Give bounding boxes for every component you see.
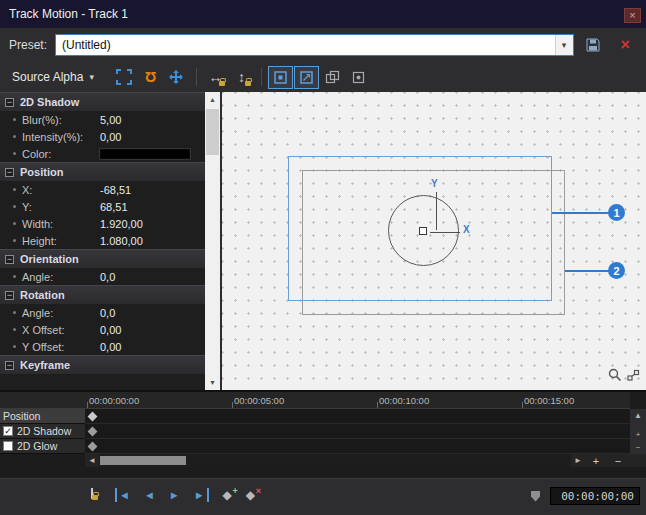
pan-tool-button[interactable] bbox=[627, 369, 640, 385]
scroll-up-button[interactable]: ▲ bbox=[630, 409, 646, 422]
shadow-color-swatch[interactable] bbox=[100, 149, 190, 159]
next-keyframe-button[interactable]: ► bbox=[169, 488, 180, 502]
section-header-position[interactable]: − Position bbox=[0, 162, 205, 181]
prop-value-height[interactable]: 1.080,00 bbox=[100, 235, 143, 247]
track-label-position[interactable]: Position bbox=[0, 409, 85, 424]
scrollbar-track[interactable] bbox=[99, 454, 571, 467]
last-keyframe-button[interactable]: ► bbox=[194, 488, 209, 502]
keyframe-diamond[interactable] bbox=[88, 427, 98, 437]
prop-value-rotation-angle[interactable]: 0,0 bbox=[100, 307, 115, 319]
prevent-scaling-button[interactable] bbox=[320, 66, 345, 89]
composite-mode-dropdown[interactable]: Source Alpha ▾ bbox=[8, 67, 102, 87]
delete-preset-button[interactable]: × bbox=[613, 33, 637, 57]
preset-combobox[interactable]: (Untitled) ▾ bbox=[55, 34, 573, 56]
timeline-horizontal-scrollbar[interactable]: ◄ ► + − bbox=[85, 454, 646, 467]
prop-value-blur[interactable]: 5,00 bbox=[100, 114, 121, 126]
prop-value-y-offset[interactable]: 0,00 bbox=[100, 341, 121, 353]
scroll-down-button[interactable]: ▼ bbox=[205, 375, 220, 390]
lock-aspect-ratio-button[interactable] bbox=[268, 66, 293, 89]
scroll-left-button[interactable]: ◄ bbox=[85, 454, 99, 467]
minus-icon: − bbox=[615, 455, 621, 467]
collapse-icon[interactable]: − bbox=[5, 291, 14, 300]
preset-value: (Untitled) bbox=[56, 38, 554, 52]
collapse-icon[interactable]: − bbox=[5, 98, 14, 107]
rotation-square-icon bbox=[351, 70, 366, 85]
keyframe-diamond[interactable] bbox=[88, 442, 98, 452]
ruler-tick bbox=[232, 402, 233, 408]
timeline-label-header bbox=[0, 392, 85, 409]
track-label-text: 2D Shadow bbox=[17, 425, 71, 437]
center-drag-handle[interactable] bbox=[419, 227, 427, 235]
prop-value-x[interactable]: -68,51 bbox=[100, 184, 131, 196]
preset-row: Preset: (Untitled) ▾ × bbox=[0, 28, 646, 62]
track-height-zoom-out-button[interactable]: − bbox=[630, 441, 646, 454]
keyframe-lane-position[interactable] bbox=[85, 409, 630, 424]
corner-brackets-icon bbox=[116, 69, 132, 85]
bullet-icon bbox=[13, 328, 16, 331]
allow-movement-button[interactable] bbox=[164, 66, 189, 89]
prevent-rotation-button[interactable] bbox=[346, 66, 371, 89]
insert-keyframe-button[interactable]: ◆ + bbox=[223, 488, 232, 502]
lock-icon bbox=[245, 81, 251, 86]
preset-dropdown-button[interactable]: ▾ bbox=[555, 35, 573, 55]
keyframe-lane-2d-glow[interactable] bbox=[85, 439, 630, 454]
delete-keyframe-button[interactable]: ◆ × bbox=[246, 488, 255, 502]
section-header-2d-shadow[interactable]: − 2D Shadow bbox=[0, 92, 205, 111]
scrollbar-thumb[interactable] bbox=[100, 456, 186, 465]
scroll-right-button[interactable]: ► bbox=[571, 454, 585, 467]
enable-snapping-button[interactable]: Ω bbox=[138, 66, 163, 89]
collapse-icon[interactable]: − bbox=[5, 361, 14, 370]
timecode-display[interactable]: 00:00:00;00 bbox=[550, 487, 640, 505]
prevent-movement-x-button[interactable]: ↔ bbox=[203, 66, 228, 89]
collapse-icon[interactable]: − bbox=[5, 255, 14, 264]
bullet-icon bbox=[13, 152, 16, 155]
keyframe-lane-2d-shadow[interactable] bbox=[85, 424, 630, 439]
sync-cursor-button[interactable] bbox=[85, 487, 101, 503]
timeline-zoom-in-button[interactable]: + bbox=[585, 454, 607, 467]
track-label-2d-shadow[interactable]: ✓ 2D Shadow bbox=[0, 424, 85, 439]
track-label-2d-glow[interactable]: 2D Glow bbox=[0, 439, 85, 454]
vertical-arrow-icon: ↕ bbox=[238, 69, 245, 85]
prop-value-x-offset[interactable]: 0,00 bbox=[100, 324, 121, 336]
prop-value-orientation-angle[interactable]: 0,0 bbox=[100, 271, 115, 283]
ruler-tick bbox=[377, 402, 378, 408]
first-keyframe-button[interactable]: ◄ bbox=[115, 488, 130, 502]
timeline-zoom-out-button[interactable]: − bbox=[607, 454, 629, 467]
glow-enable-checkbox[interactable] bbox=[3, 441, 13, 451]
prop-value-y[interactable]: 68,51 bbox=[100, 201, 128, 213]
scroll-up-button[interactable]: ▲ bbox=[205, 92, 220, 107]
timeline-ruler[interactable]: 00:00:00:00 00:00:05:00 00:00:10:00 00:0… bbox=[85, 392, 630, 409]
property-panel-scrollbar[interactable]: ▲ ▼ bbox=[205, 92, 220, 390]
timeline-vertical-scrollbar[interactable]: ▲ + − bbox=[630, 409, 646, 454]
keyframe-diamond[interactable] bbox=[88, 412, 98, 422]
scale-about-center-button[interactable] bbox=[294, 66, 319, 89]
plus-icon: + bbox=[636, 430, 641, 439]
section-title: Rotation bbox=[20, 289, 65, 301]
section-header-orientation[interactable]: − Orientation bbox=[0, 249, 205, 268]
triangle-up-icon: ▲ bbox=[209, 96, 216, 103]
zoom-tool-button[interactable] bbox=[608, 368, 622, 385]
track-height-zoom-in-button[interactable]: + bbox=[630, 428, 646, 441]
window-titlebar[interactable]: Track Motion - Track 1 × bbox=[0, 0, 646, 28]
section-title: Keyframe bbox=[20, 359, 70, 371]
prevent-movement-y-button[interactable]: ↕ bbox=[229, 66, 254, 89]
scrollbar-thumb[interactable] bbox=[206, 109, 219, 155]
bullet-icon bbox=[13, 239, 16, 242]
edit-in-object-space-button[interactable] bbox=[112, 66, 137, 89]
prop-label: Blur(%): bbox=[22, 114, 100, 126]
prop-value-width[interactable]: 1.920,00 bbox=[100, 218, 143, 230]
keyframe-timeline: 00:00:00:00 00:00:05:00 00:00:10:00 00:0… bbox=[0, 390, 646, 478]
shadow-enable-checkbox[interactable]: ✓ bbox=[3, 426, 13, 436]
prop-value-intensity[interactable]: 0,00 bbox=[100, 131, 121, 143]
prop-row-intensity: Intensity(%): 0,00 bbox=[0, 128, 205, 145]
save-preset-button[interactable] bbox=[582, 33, 606, 57]
collapse-icon[interactable]: − bbox=[5, 168, 14, 177]
ruler-timestamp: 00:00:05:00 bbox=[234, 395, 284, 406]
ruler-timestamp: 00:00:15:00 bbox=[524, 395, 574, 406]
callout-badge-2: 2 bbox=[608, 262, 625, 279]
section-header-keyframe[interactable]: − Keyframe bbox=[0, 355, 205, 374]
section-header-rotation[interactable]: − Rotation bbox=[0, 285, 205, 304]
previous-keyframe-button[interactable]: ◄ bbox=[144, 488, 155, 502]
close-button[interactable]: × bbox=[624, 8, 641, 23]
motion-workspace[interactable]: Y X 1 2 bbox=[222, 92, 646, 390]
